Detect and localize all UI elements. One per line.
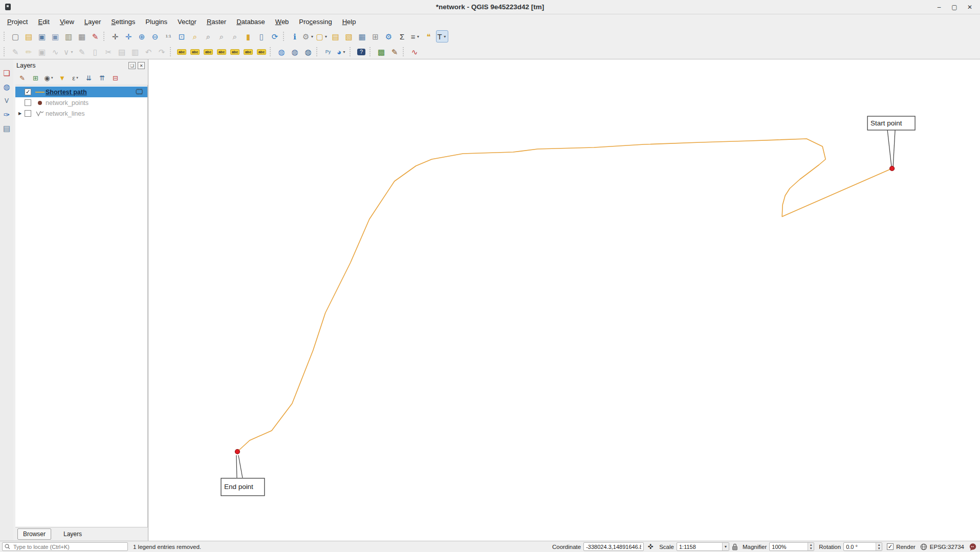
statistical-summary-button[interactable]: Σ — [396, 30, 408, 43]
remove-layer-button[interactable]: ⊟ — [111, 73, 120, 83]
cut-features-button[interactable]: ✂ — [102, 46, 115, 58]
menu-plugins[interactable]: Plugins — [140, 16, 172, 28]
delete-selected-button[interactable]: ▯ — [89, 46, 101, 58]
magnifier-input[interactable] — [770, 543, 808, 550]
menu-database[interactable]: Database — [231, 16, 270, 28]
text-annotation-dropdown-icon[interactable]: ▼ — [443, 35, 447, 38]
filter-legend-button[interactable]: ▼ — [57, 73, 67, 83]
coordinate-input[interactable] — [583, 542, 644, 551]
osm-place-search-dropdown-icon[interactable]: ▼ — [342, 50, 346, 54]
new-print-layout-button[interactable]: ▥ — [62, 30, 75, 43]
pin-unpin-labels-button[interactable]: abc — [215, 46, 228, 58]
expander-icon[interactable]: ▶ — [15, 111, 25, 116]
memory-layer-indicator-icon[interactable] — [135, 89, 143, 96]
rotation-input[interactable] — [844, 543, 876, 550]
quickmap-services-button[interactable]: ▩ — [375, 46, 387, 58]
rotation-spinbox[interactable]: ▲▼ — [843, 542, 882, 551]
new-virtual-layer-button[interactable]: ▤ — [1, 123, 12, 134]
move-label-button[interactable]: abc — [242, 46, 254, 58]
menu-project[interactable]: Project — [2, 16, 33, 28]
maximize-button[interactable]: ▢ — [950, 3, 959, 11]
crs-status[interactable]: EPSG:32734 — [930, 544, 964, 550]
measure-line-dropdown-icon[interactable]: ▼ — [416, 35, 420, 38]
world-globe-button[interactable]: ◍ — [302, 46, 314, 58]
zoom-to-layer-button[interactable]: ⌕ — [202, 30, 214, 43]
layer-item-shortest-path[interactable]: ✓Shortest path — [15, 87, 147, 97]
layer-labeling-button[interactable]: abc — [176, 46, 188, 58]
end-point-marker[interactable] — [235, 450, 239, 454]
panel-float-icon[interactable]: ❏ — [128, 62, 136, 69]
menu-layer[interactable]: Layer — [79, 16, 106, 28]
run-feature-action-button[interactable]: ⚙▼ — [302, 30, 314, 43]
refresh-map-button[interactable]: ⟳ — [269, 30, 281, 43]
lock-scale-icon[interactable] — [732, 543, 738, 550]
change-label-button[interactable]: abc — [255, 46, 268, 58]
layer-visibility-checkbox[interactable] — [25, 110, 31, 117]
locator-input[interactable] — [12, 543, 125, 550]
locator-search[interactable] — [2, 542, 128, 551]
layer-item-network-points[interactable]: network_points — [15, 97, 147, 108]
show-bookmarks-button[interactable]: ▯ — [255, 30, 268, 43]
manage-map-themes-dropdown-icon[interactable]: ▼ — [51, 76, 54, 79]
elevation-profile-button[interactable]: ∿ — [408, 46, 421, 58]
osm-place-search-button[interactable]: ◕▼ — [335, 46, 347, 58]
zoom-to-selection-button[interactable]: ⌕ — [189, 30, 201, 43]
map-tips-button[interactable]: ❝ — [423, 30, 435, 43]
scale-combo[interactable]: ▼ — [677, 542, 729, 551]
zoom-in-button[interactable]: ⊕ — [136, 30, 148, 43]
render-checkbox[interactable]: ✓ — [887, 543, 894, 550]
menu-help[interactable]: Help — [337, 16, 361, 28]
deselect-features-button[interactable]: ▧ — [343, 30, 355, 43]
panel-tab-layers[interactable]: Layers — [58, 529, 87, 539]
crs-globe-icon[interactable] — [920, 543, 927, 550]
menu-edit[interactable]: Edit — [33, 16, 54, 28]
save-project-button[interactable]: ▣ — [36, 30, 48, 43]
scale-input[interactable] — [677, 543, 722, 550]
rotation-spin-icons[interactable]: ▲▼ — [876, 543, 882, 550]
pan-map-button[interactable]: ✛ — [109, 30, 121, 43]
help-contents-button[interactable]: ? — [355, 46, 367, 58]
highlight-pinned-labels-button[interactable]: abc — [202, 46, 214, 58]
filter-by-expression-button[interactable]: ε▼ — [71, 73, 80, 83]
menu-settings[interactable]: Settings — [106, 16, 140, 28]
magnifier-spinbox[interactable]: ▲▼ — [769, 542, 814, 551]
multi-edit-button[interactable]: ✎ — [388, 46, 401, 58]
menu-raster[interactable]: Raster — [202, 16, 231, 28]
vertex-tool-dropdown-icon[interactable]: ▼ — [70, 50, 74, 54]
layer-visibility-checkbox[interactable]: ✓ — [25, 89, 31, 95]
undo-button[interactable]: ↶ — [142, 46, 155, 58]
text-annotation-button[interactable]: T▼ — [436, 30, 448, 43]
copy-features-button[interactable]: ▤ — [116, 46, 128, 58]
collapse-all-button[interactable]: ⇈ — [97, 73, 107, 83]
expand-all-button[interactable]: ⇊ — [84, 73, 94, 83]
minimize-button[interactable]: – — [935, 3, 943, 11]
start-point-marker[interactable] — [890, 166, 895, 171]
run-feature-action-dropdown-icon[interactable]: ▼ — [310, 35, 314, 38]
log-messages-icon[interactable] — [969, 543, 977, 551]
menu-vector[interactable]: Vector — [172, 16, 202, 28]
open-layer-styling-button[interactable]: ✎ — [17, 73, 27, 83]
show-layout-manager-button[interactable]: ▦ — [76, 30, 88, 43]
paste-features-button[interactable]: ▥ — [129, 46, 141, 58]
vertex-tool-button[interactable]: ∨▼ — [62, 46, 75, 58]
panel-close-icon[interactable]: ✕ — [138, 62, 145, 69]
menu-view[interactable]: View — [55, 16, 79, 28]
zoom-out-button[interactable]: ⊖ — [149, 30, 161, 43]
select-features-dropdown-icon[interactable]: ▼ — [324, 35, 328, 38]
new-project-button[interactable]: ▢ — [9, 30, 21, 43]
panel-tab-browser[interactable]: Browser — [17, 528, 51, 540]
manage-map-themes-button[interactable]: ◉▼ — [44, 73, 54, 83]
zoom-next-button[interactable]: ⌕ — [229, 30, 241, 43]
save-project-as-button[interactable]: ▣ — [49, 30, 61, 43]
menu-processing[interactable]: Processing — [294, 16, 337, 28]
zoom-full-button[interactable]: ⊡ — [176, 30, 188, 43]
layer-item-network-lines[interactable]: ▶network_lines — [15, 108, 147, 119]
processing-toolbox-button[interactable]: ⚙ — [383, 30, 395, 43]
toggle-extents-icon[interactable]: ✜ — [646, 543, 655, 551]
field-calculator-button[interactable]: ⊞ — [369, 30, 382, 43]
add-raster-layer-button[interactable]: ◍ — [1, 81, 12, 93]
metasearch-button[interactable]: ◍ — [275, 46, 288, 58]
filter-by-expression-dropdown-icon[interactable]: ▼ — [76, 76, 79, 79]
identify-features-button[interactable]: ℹ — [289, 30, 301, 43]
menu-web[interactable]: Web — [270, 16, 294, 28]
